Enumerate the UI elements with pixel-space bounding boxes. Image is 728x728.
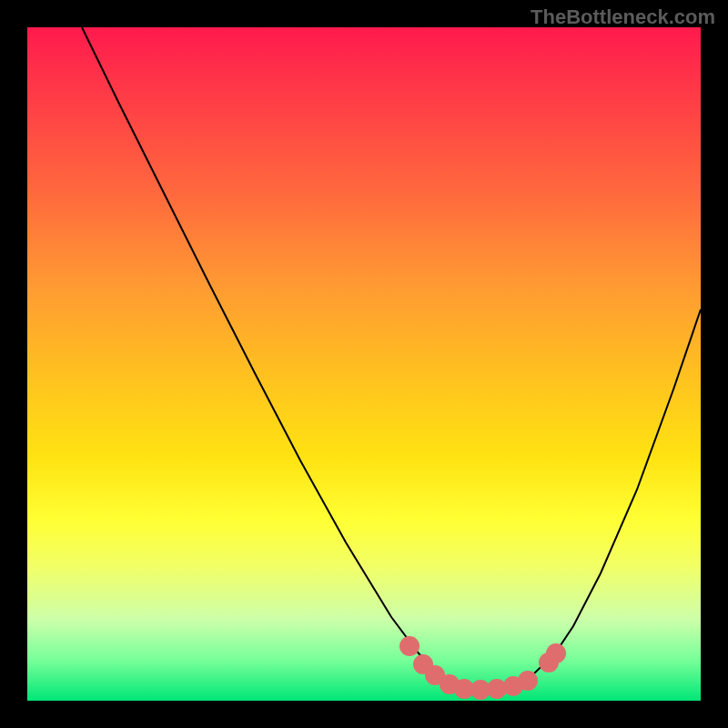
highlight-dot <box>399 636 420 656</box>
bottleneck-curve <box>82 27 701 690</box>
chart-frame: TheBottleneck.com <box>0 0 728 728</box>
highlight-dot <box>546 643 566 663</box>
highlight-dot <box>518 671 538 691</box>
watermark-text: TheBottleneck.com <box>531 5 715 29</box>
highlight-dots-group <box>399 636 566 700</box>
chart-svg <box>27 27 701 701</box>
